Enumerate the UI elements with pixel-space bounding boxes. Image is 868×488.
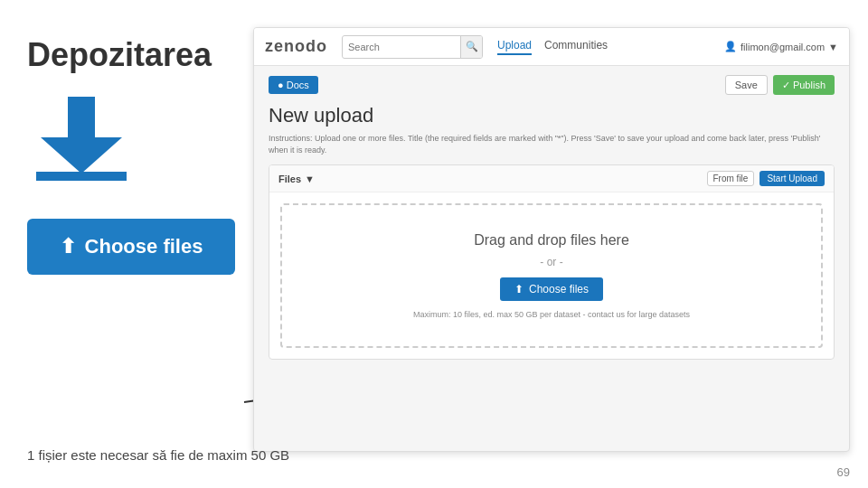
zenodo-navbar: zenodo 🔍 Upload Communities 👤 filimon@gm…	[254, 28, 849, 66]
choose-files-button-large[interactable]: ⬆ Choose files	[27, 219, 235, 275]
download-icon-container	[27, 92, 136, 183]
files-label: Files ▼	[278, 174, 315, 184]
choose-files-label: Choose files	[85, 235, 203, 258]
user-icon: 👤	[724, 41, 737, 52]
action-bar: ● Docs Save ✓ Publish	[269, 75, 835, 95]
nav-links: Upload Communities	[497, 39, 608, 55]
svg-rect-2	[36, 172, 127, 181]
upload-icon: ⬆	[60, 235, 76, 258]
files-dropdown-icon: ▼	[305, 174, 315, 184]
page-number: 69	[837, 465, 850, 479]
user-email: filimon@gmail.com	[741, 42, 825, 52]
start-upload-button[interactable]: Start Upload	[760, 171, 825, 186]
nav-communities[interactable]: Communities	[544, 39, 608, 55]
choose-files-button-small[interactable]: ⬆ Choose files	[500, 277, 603, 301]
zenodo-logo: zenodo	[265, 37, 327, 56]
search-input[interactable]	[343, 42, 460, 52]
zenodo-content: ● Docs Save ✓ Publish New upload Instruc…	[254, 66, 849, 369]
choose-files-text: Choose files	[529, 283, 589, 296]
nav-upload[interactable]: Upload	[497, 39, 532, 55]
upload-heading: New upload	[269, 104, 835, 127]
file-limit-label: Maximum: 10 files, ed. max 50 GB per dat…	[413, 310, 690, 319]
download-icon	[27, 92, 136, 183]
instructions-text: Instructions: Upload one or more files. …	[269, 133, 835, 155]
publish-button[interactable]: ✓ Publish	[773, 75, 835, 95]
drop-zone: Drag and drop files here - or - ⬆ Choose…	[280, 203, 823, 348]
svg-rect-0	[68, 97, 95, 137]
files-header: Files ▼ From file Start Upload	[269, 165, 834, 192]
drag-drop-text: Drag and drop files here	[300, 232, 803, 249]
save-button[interactable]: Save	[725, 75, 768, 95]
search-button[interactable]: 🔍	[460, 35, 482, 59]
footnote-text: 1 fișier este necesar să fie de maxim 50…	[27, 447, 289, 463]
from-file-button[interactable]: From file	[707, 171, 755, 186]
top-actions: Save ✓ Publish	[725, 75, 835, 95]
docs-button[interactable]: ● Docs	[269, 76, 318, 94]
user-area: 👤 filimon@gmail.com ▼	[724, 41, 838, 52]
page-title: Depozitarea	[27, 36, 262, 74]
files-label-text: Files	[278, 174, 301, 184]
files-section: Files ▼ From file Start Upload Drag and …	[269, 164, 835, 360]
left-panel: Depozitarea ⬆ Choose files	[27, 36, 262, 275]
user-dropdown-icon: ▼	[828, 42, 838, 52]
zenodo-panel: zenodo 🔍 Upload Communities 👤 filimon@gm…	[253, 27, 850, 452]
file-limit-text: Maximum: 10 files, ed. max 50 GB per dat…	[300, 310, 803, 319]
zenodo-logo-text: zenodo	[265, 37, 327, 55]
search-bar: 🔍	[342, 35, 483, 59]
or-divider: - or -	[300, 256, 803, 268]
files-actions: From file Start Upload	[707, 171, 826, 186]
choose-upload-icon: ⬆	[514, 283, 524, 296]
svg-marker-1	[41, 137, 122, 174]
